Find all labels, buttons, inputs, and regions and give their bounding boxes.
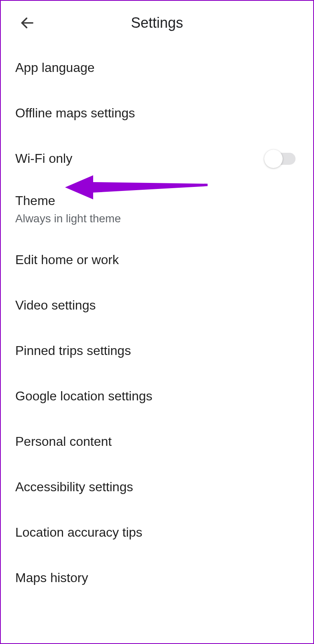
settings-item-title: Maps history [15,570,299,585]
settings-item-app-language[interactable]: App language [1,45,313,90]
settings-item-title: Video settings [15,298,299,313]
settings-item-title: App language [15,60,299,75]
back-arrow-icon [19,15,35,31]
settings-item-title: Wi-Fi only [15,151,72,166]
settings-item-title: Theme [15,193,299,208]
wifi-only-toggle[interactable] [267,153,296,165]
settings-item-location-accuracy[interactable]: Location accuracy tips [1,510,313,555]
settings-item-offline-maps[interactable]: Offline maps settings [1,90,313,136]
settings-item-title: Offline maps settings [15,106,299,121]
settings-item-theme[interactable]: Theme Always in light theme [1,181,313,237]
back-button[interactable] [14,10,40,36]
settings-item-edit-home-work[interactable]: Edit home or work [1,237,313,283]
settings-item-maps-history[interactable]: Maps history [1,555,313,601]
settings-item-video-settings[interactable]: Video settings [1,283,313,328]
settings-item-title: Edit home or work [15,252,299,267]
settings-item-personal-content[interactable]: Personal content [1,419,313,464]
settings-item-subtitle: Always in light theme [15,212,299,225]
settings-list: App language Offline maps settings Wi-Fi… [1,45,313,601]
page-title: Settings [1,14,313,31]
settings-item-title: Accessibility settings [15,480,299,494]
settings-item-title: Location accuracy tips [15,525,299,540]
settings-item-google-location[interactable]: Google location settings [1,373,313,419]
toggle-knob [264,150,283,168]
settings-item-title: Google location settings [15,389,299,404]
header: Settings [1,1,313,45]
settings-item-title: Pinned trips settings [15,343,299,358]
settings-item-accessibility[interactable]: Accessibility settings [1,464,313,510]
settings-item-title: Personal content [15,434,299,449]
settings-item-wifi-only[interactable]: Wi-Fi only [1,136,313,181]
settings-item-pinned-trips[interactable]: Pinned trips settings [1,328,313,373]
